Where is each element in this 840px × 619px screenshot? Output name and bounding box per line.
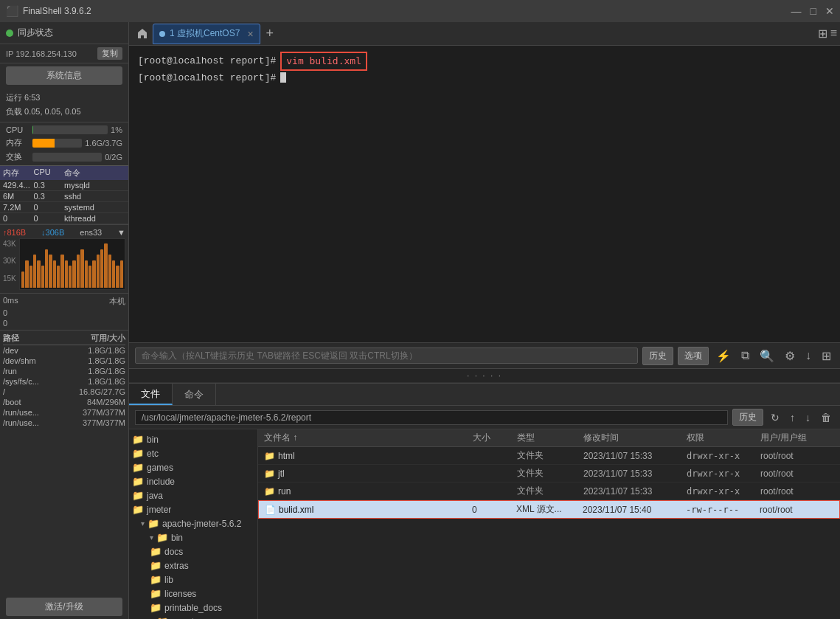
- proc-mem: 429.4...: [3, 181, 34, 190]
- col-type[interactable]: 类型: [517, 432, 583, 444]
- lat-val1: 0: [3, 308, 7, 317]
- collapse-divider[interactable]: · · · · ·: [129, 369, 840, 383]
- options-button[interactable]: 选项: [678, 347, 709, 365]
- proc-row[interactable]: 7.2M 0 systemd: [0, 202, 128, 213]
- tree-item-games[interactable]: 📁 games: [129, 460, 257, 474]
- maximize-button[interactable]: □: [811, 5, 816, 17]
- file-date: 2023/11/07 15:33: [583, 468, 687, 479]
- col-date[interactable]: 修改时间: [583, 432, 687, 444]
- copy-icon[interactable]: ⧉: [738, 347, 752, 364]
- proc-row[interactable]: 0 0 kthreadd: [0, 213, 128, 224]
- tab-files[interactable]: 文件: [129, 384, 173, 405]
- disk-row[interactable]: /boot84M/296M: [3, 397, 125, 407]
- command-input[interactable]: [135, 347, 638, 364]
- mem-label: 内存: [6, 137, 29, 148]
- grid-icon[interactable]: ⊞: [818, 27, 827, 41]
- tab-virtual-centos7[interactable]: 1 虚拟机CentOS7 ×: [153, 24, 260, 44]
- terminal-command-1: vim bulid.xml: [280, 52, 367, 71]
- file-row-run[interactable]: 📁run 文件夹 2023/11/07 15:33 drwxr-xr-x roo…: [258, 483, 840, 500]
- tree-item-extras[interactable]: 📁 extras: [129, 559, 257, 573]
- proc-row[interactable]: 6M 0.3 sshd: [0, 191, 128, 202]
- disk-row[interactable]: /sys/fs/c...1.8G/1.8G: [3, 376, 125, 387]
- file-name: jtl: [278, 468, 285, 479]
- tree-item-lib[interactable]: 📁 lib: [129, 573, 257, 587]
- file-list: 文件名 ↑ 大小 类型 修改时间 权限 用户/用户组 📁html 文件夹 202…: [258, 429, 840, 619]
- sysinfo-button[interactable]: 系统信息: [6, 66, 122, 85]
- close-button[interactable]: ✕: [825, 5, 834, 17]
- proc-mem: 7.2M: [3, 203, 34, 212]
- tree-item-bin[interactable]: 📁 bin: [129, 432, 257, 446]
- folder-icon: 📁: [147, 518, 159, 529]
- minimize-button[interactable]: —: [791, 5, 802, 17]
- tree-item-docs[interactable]: 📁 docs: [129, 544, 257, 559]
- disk-row[interactable]: /run/use...377M/377M: [3, 407, 125, 418]
- settings-icon[interactable]: ⚙: [782, 347, 798, 364]
- net-bar: [72, 260, 75, 288]
- tree-item-jmeter[interactable]: 📁 jmeter: [129, 502, 257, 516]
- col-user[interactable]: 用户/用户组: [760, 432, 834, 444]
- tab-commands[interactable]: 命令: [173, 384, 216, 405]
- file-path-input[interactable]: [135, 410, 728, 425]
- tree-item-licenses[interactable]: 📁 licenses: [129, 587, 257, 601]
- net-bar: [41, 266, 44, 288]
- tree-item-include[interactable]: 📁 include: [129, 474, 257, 488]
- tree-item-report[interactable]: ▾ 📁 report: [129, 615, 257, 619]
- net-bar: [53, 260, 56, 288]
- col-perm[interactable]: 权限: [687, 432, 760, 444]
- upload-icon[interactable]: ⊞: [819, 347, 834, 364]
- tree-label: etc: [147, 449, 159, 459]
- net-bar: [45, 249, 48, 288]
- net-bar: [88, 266, 91, 288]
- menu-icon[interactable]: ≡: [830, 27, 837, 41]
- disk-row[interactable]: /dev/shm1.8G/1.8G: [3, 356, 125, 366]
- tree-item-bin2[interactable]: ▾ 📁 bin: [129, 530, 257, 544]
- file-row-jtl[interactable]: 📁jtl 文件夹 2023/11/07 15:33 drwxr-xr-x roo…: [258, 465, 840, 483]
- titlebar-controls: — □ ✕: [791, 5, 834, 17]
- copy-ip-button[interactable]: 复制: [97, 47, 122, 60]
- file-history-button[interactable]: 历史: [732, 409, 763, 426]
- tree-item-etc[interactable]: 📁 etc: [129, 446, 257, 460]
- cpu-bar-fill: [32, 125, 33, 134]
- terminal-area[interactable]: [root@localhost report]# vim bulid.xml […: [129, 46, 840, 342]
- col-name[interactable]: 文件名 ↑: [264, 432, 473, 444]
- mem-bar-track: [32, 139, 82, 148]
- disk-row[interactable]: /run/use...377M/377M: [3, 418, 125, 428]
- file-row-bulid-xml[interactable]: 📄bulid.xml 0 XML 源文... 2023/11/07 15:40 …: [258, 500, 840, 519]
- file-date: 2023/11/07 15:40: [583, 505, 686, 515]
- upgrade-button[interactable]: 激活/升级: [6, 598, 122, 616]
- disk-row[interactable]: /16.8G/27.7G: [3, 387, 125, 397]
- disk-row[interactable]: /dev1.8G/1.8G: [3, 345, 125, 356]
- tab-add-button[interactable]: +: [262, 26, 279, 41]
- tree-item-java[interactable]: 📁 java: [129, 488, 257, 502]
- col-size[interactable]: 大小: [473, 432, 517, 444]
- folder-icon: 📁: [150, 588, 162, 599]
- net-bar: [37, 260, 40, 288]
- file-type: 文件夹: [517, 449, 583, 462]
- disk-row[interactable]: /run1.8G/1.8G: [3, 366, 125, 376]
- command-input-bar: 历史 选项 ⚡ ⧉ 🔍 ⚙ ↓ ⊞: [129, 342, 840, 369]
- load-row: 负载 0.05, 0.05, 0.05: [6, 105, 122, 119]
- file-row-html[interactable]: 📁html 文件夹 2023/11/07 15:33 drwxr-xr-x ro…: [258, 447, 840, 465]
- history-button[interactable]: 历史: [642, 347, 673, 365]
- proc-mem: 6M: [3, 192, 34, 201]
- tab-close-button[interactable]: ×: [247, 28, 253, 40]
- download-icon[interactable]: ↓: [802, 347, 814, 364]
- disk-section: 路径 可用/大小 /dev1.8G/1.8G /dev/shm1.8G/1.8G…: [0, 330, 128, 595]
- folder-icon: 📁: [132, 504, 144, 515]
- lightning-icon[interactable]: ⚡: [713, 347, 734, 364]
- home-tab-icon[interactable]: [132, 24, 153, 44]
- folder-icon: 📁: [150, 574, 162, 585]
- search-icon[interactable]: 🔍: [757, 347, 777, 364]
- proc-cmd: mysqld: [64, 181, 125, 190]
- folder-icon: 📁: [132, 434, 144, 445]
- tree-label: games: [147, 463, 173, 473]
- process-table-header: 内存 CPU 命令: [0, 165, 128, 180]
- download-file-icon[interactable]: ↓: [802, 410, 813, 425]
- upload-file-icon[interactable]: ↑: [787, 410, 798, 425]
- left-panel: 同步状态 IP 192.168.254.130 复制 系统信息 运行 6:53 …: [0, 22, 129, 619]
- refresh-icon[interactable]: ↻: [768, 410, 782, 425]
- proc-row[interactable]: 429.4... 0.3 mysqld: [0, 180, 128, 191]
- tree-item-printable-docs[interactable]: 📁 printable_docs: [129, 601, 257, 615]
- tree-item-apache-jmeter[interactable]: ▾ 📁 apache-jmeter-5.6.2: [129, 516, 257, 530]
- delete-file-icon[interactable]: 🗑: [818, 410, 834, 425]
